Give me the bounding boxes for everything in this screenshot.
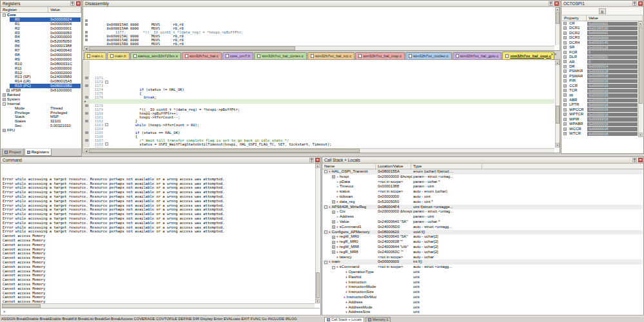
fold-icon[interactable] bbox=[105, 111, 108, 115]
register-row[interactable]: -Core bbox=[1, 13, 81, 17]
register-row[interactable]: +xPSR 0x61000000 bbox=[1, 88, 81, 93]
callstack-row[interactable]: -♦APS6408_WriteReg 0x080004F4 uint f(str… bbox=[323, 205, 643, 210]
callstack-row[interactable]: +♦regW_MR8 0x24000644 "u\b" auto - uchar… bbox=[323, 245, 643, 250]
fold-icon[interactable] bbox=[105, 127, 108, 130]
editor-file-tab[interactable]: startup_stm32h723xx.s bbox=[130, 52, 181, 59]
register-row[interactable]: -Internal bbox=[1, 102, 81, 106]
fold-icon[interactable] bbox=[105, 84, 108, 88]
editor-hscrollbar[interactable]: ◀ bbox=[84, 148, 554, 153]
expand-icon[interactable]: - bbox=[324, 170, 327, 173]
callstack-row[interactable]: +♦regW_MR0 0x24000640 "SK" auto - uchar[… bbox=[323, 234, 643, 240]
expand-icon[interactable]: + bbox=[563, 128, 567, 131]
close-file-icon[interactable]: ✕ bbox=[554, 52, 557, 56]
octospi-register-row[interactable]: +DLR 0x00000001 bbox=[562, 55, 643, 59]
octospi-register-row[interactable]: +PIR 0x00000018 bbox=[562, 79, 643, 83]
register-row[interactable]: R1 0x00000004 bbox=[1, 22, 81, 26]
tab-list-dropdown-icon[interactable]: ▾ bbox=[551, 52, 553, 56]
octospi-register-row[interactable]: +WPABR 0x00000018 bbox=[562, 122, 643, 126]
fold-icon[interactable] bbox=[105, 96, 108, 99]
expand-icon[interactable]: + bbox=[563, 60, 567, 63]
scroll-up-icon[interactable]: ▲ bbox=[555, 61, 560, 65]
register-row[interactable]: R7 0x24000640 bbox=[1, 48, 81, 53]
octospi-register-row[interactable]: +SR 0x00000128 bbox=[562, 45, 643, 50]
scroll-thumb[interactable] bbox=[556, 106, 560, 124]
scroll-left-icon[interactable]: ◀ bbox=[84, 46, 88, 51]
pin-icon[interactable] bbox=[549, 1, 553, 6]
scroll-thumb[interactable] bbox=[639, 26, 643, 104]
callstack-row[interactable]: -♦HAL_OSPI_Transmit 0x0800155A enum (uch… bbox=[323, 169, 643, 175]
command-input[interactable]: > bbox=[1, 308, 320, 314]
expand-icon[interactable]: + bbox=[332, 236, 335, 239]
expand-icon[interactable]: + bbox=[563, 79, 567, 82]
expand-icon[interactable]: - bbox=[332, 266, 335, 269]
editor-file-tab[interactable]: main.h bbox=[107, 52, 130, 59]
expand-icon[interactable]: + bbox=[563, 84, 567, 88]
expand-icon[interactable]: + bbox=[563, 22, 567, 25]
editor-file-tab[interactable]: stm32h7xx_hal_gpio.c bbox=[453, 52, 502, 59]
register-row[interactable]: Privilege Privileged bbox=[1, 111, 81, 115]
expand-icon[interactable]: + bbox=[563, 99, 567, 102]
expand-icon[interactable]: + bbox=[332, 220, 335, 223]
callstack-row[interactable]: +♦data_reg 0x52005050 auto - uint * bbox=[323, 200, 643, 205]
editor-file-tab[interactable]: stm32h7xx_hal_rcc.c bbox=[307, 52, 355, 59]
close-icon[interactable]: × bbox=[554, 1, 559, 6]
editor-file-tab[interactable]: stm32h7xx_hal.c bbox=[182, 52, 222, 59]
octospi-register-row[interactable]: +WCCR 0x00000018 bbox=[562, 127, 643, 131]
register-row[interactable]: R0 0x00000024 bbox=[1, 17, 81, 22]
callstack-row[interactable]: ♦AddressSize uint bbox=[323, 310, 643, 315]
scroll-up-icon[interactable]: ▲ bbox=[315, 164, 320, 168]
callstack-row[interactable]: -♦Configure_APMemory 0x08000620 void f() bbox=[323, 230, 643, 235]
octospi-register-row[interactable]: +WPTCR 0x00000018 bbox=[562, 112, 643, 117]
expand-icon[interactable]: - bbox=[3, 14, 6, 17]
fold-icon[interactable] bbox=[105, 115, 108, 118]
register-row[interactable]: R10 0x0800031C bbox=[1, 62, 81, 66]
scroll-up-icon[interactable]: ▲ bbox=[555, 7, 560, 12]
editor-file-tab[interactable]: core_cm7.h bbox=[222, 52, 253, 59]
expand-icon[interactable]: + bbox=[563, 41, 567, 44]
callstack-row[interactable]: ♦InstructionDtrMode uint bbox=[323, 295, 643, 300]
octospi-register-row[interactable]: +WPCCR 0x00000018 bbox=[562, 108, 643, 112]
expand-icon[interactable]: + bbox=[563, 113, 567, 116]
expand-icon[interactable]: + bbox=[332, 211, 335, 214]
scroll-left-icon[interactable]: ◀ bbox=[84, 149, 88, 153]
expand-icon[interactable]: - bbox=[324, 205, 327, 209]
expand-icon[interactable]: + bbox=[563, 122, 567, 126]
callstack-row[interactable]: -♦main 0x00000000 int f() bbox=[323, 260, 643, 265]
expand-icon[interactable]: - bbox=[324, 261, 327, 264]
callstack-row[interactable]: ♦Address uint bbox=[323, 300, 643, 305]
expand-icon[interactable]: + bbox=[332, 241, 335, 244]
expand-icon[interactable]: + bbox=[332, 225, 335, 229]
expand-icon[interactable]: + bbox=[563, 70, 567, 73]
dock-tab[interactable]: Registers bbox=[24, 149, 52, 156]
octospi-register-row[interactable]: +DCR4 0x00000140 bbox=[562, 41, 643, 45]
editor-file-tab[interactable]: stm32h7xx_hal_msp.c bbox=[355, 52, 405, 59]
callstack-row[interactable]: »pData <not in scope> param - uchar * bbox=[323, 180, 643, 185]
editor-file-tab[interactable]: stm32h7xx_hal_cortex.c bbox=[254, 52, 307, 59]
register-row[interactable]: R5 0x52005050 bbox=[1, 39, 81, 44]
close-icon[interactable]: × bbox=[315, 158, 320, 162]
fold-icon[interactable]: - bbox=[105, 80, 108, 84]
dock-tab[interactable]: Project bbox=[2, 149, 24, 156]
expand-icon[interactable]: + bbox=[332, 200, 335, 204]
octospi-register-row[interactable]: +PSMAR 0x00000018 bbox=[562, 74, 643, 79]
pin-icon[interactable] bbox=[70, 1, 75, 6]
octospi-register-row[interactable]: +LPTR 0x00000018 bbox=[562, 102, 643, 107]
callstack-row[interactable]: +♦regR_MR8 0x2400063C "" auto - uchar[2] bbox=[323, 250, 643, 255]
register-row[interactable]: R2 0x00000001 bbox=[1, 26, 81, 31]
callstack-row[interactable]: +»Value 0x24000640 "SK" param - uchar * bbox=[323, 220, 643, 225]
register-row[interactable]: +FPU bbox=[1, 128, 81, 133]
expand-icon[interactable]: - bbox=[3, 102, 6, 106]
expand-icon[interactable]: + bbox=[332, 175, 335, 178]
octospi-register-row[interactable]: +DCR3 0x000A0000 bbox=[562, 35, 643, 40]
fold-icon[interactable] bbox=[105, 104, 108, 107]
fold-icon[interactable] bbox=[105, 73, 108, 76]
register-row[interactable]: States 32101 bbox=[1, 119, 81, 124]
callstack-row[interactable]: ♦tickstart 0x00000000 auto - uint bbox=[323, 194, 643, 200]
octospi-register-row[interactable]: +IR 0x00000018 bbox=[562, 93, 643, 98]
fold-icon[interactable] bbox=[105, 135, 108, 138]
scroll-up-icon[interactable]: ▲ bbox=[638, 21, 643, 26]
editor-file-tab[interactable]: main.c bbox=[84, 52, 106, 59]
register-row[interactable]: R9 0x00000000 bbox=[1, 57, 81, 62]
close-icon[interactable]: × bbox=[638, 158, 643, 162]
expand-icon[interactable]: + bbox=[563, 118, 567, 121]
